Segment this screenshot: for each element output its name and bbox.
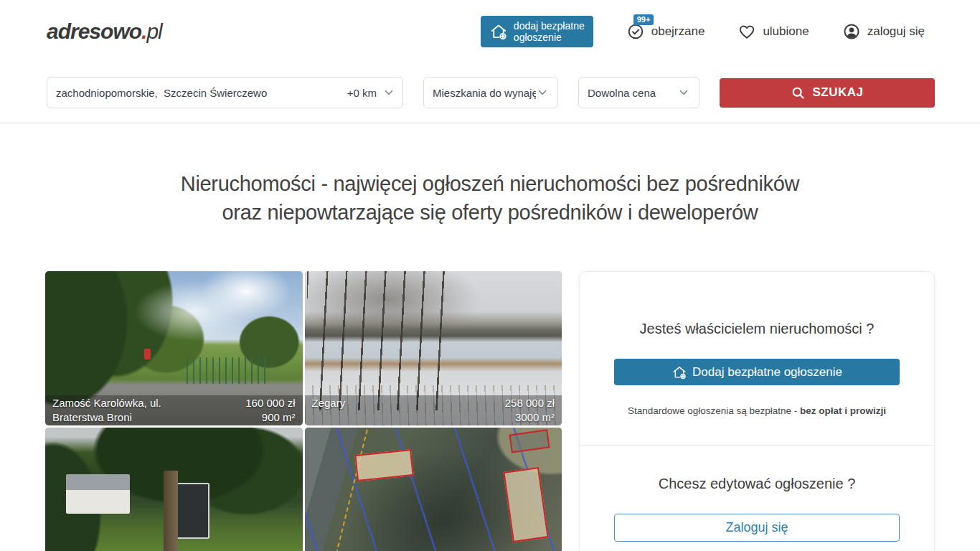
- owner-heading: Jesteś właścicielem nieruchomości ?: [614, 321, 900, 337]
- house-plus-icon: [672, 364, 687, 380]
- page-title: Nieruchomości - najwięcej ogłoszeń nieru…: [0, 169, 980, 227]
- favorites-button[interactable]: ulubione: [738, 22, 809, 41]
- owner-note: Standardowe ogłoszenia są bezpłatne - be…: [614, 405, 900, 416]
- favorites-label: ulubione: [763, 24, 809, 39]
- search-icon: [791, 85, 806, 100]
- panel-add-listing-label: Dodaj bezpłatne ogłoszenie: [692, 365, 842, 380]
- panel-add-listing-button[interactable]: Dodaj bezpłatne ogłoszenie: [614, 359, 900, 385]
- heart-icon: [738, 22, 756, 41]
- listing-card[interactable]: Korenowo Pieszycko, ul. 240 000 zł: [45, 428, 303, 551]
- radius-value: +0 km: [347, 87, 377, 99]
- listing-area: 3000 m²: [505, 410, 555, 425]
- hero-section: Nieruchomości - najwięcej ogłoszeń nieru…: [0, 169, 980, 227]
- logo-main: adresowo: [47, 19, 141, 43]
- viewed-label: obejrzane: [651, 24, 705, 39]
- chevron-down-icon: [677, 86, 690, 99]
- panel-login-button[interactable]: Zaloguj się: [614, 514, 900, 542]
- login-button[interactable]: zaloguj się: [842, 22, 925, 41]
- listing-photo: [305, 428, 562, 551]
- search-submit-label: SZUKAJ: [812, 85, 863, 100]
- owner-panel: Jesteś właścicielem nieruchomości ? Doda…: [579, 271, 935, 551]
- logo-suffix: pl: [146, 19, 161, 43]
- photo-art: [164, 471, 178, 551]
- house-plus-icon: [489, 22, 508, 41]
- category-value: Mieszkania do wynajęc: [433, 87, 536, 99]
- chevron-down-icon: [382, 86, 395, 99]
- search-submit-button[interactable]: SZUKAJ: [720, 78, 935, 108]
- price-select[interactable]: Dowolna cena: [578, 77, 699, 108]
- photo-art: [144, 349, 151, 359]
- panel-divider: [580, 445, 934, 446]
- panel-login-label: Zaloguj się: [725, 520, 788, 535]
- search-bar-section: +0 km Mieszkania do wynajęc Dowolna cena…: [0, 63, 980, 123]
- top-header: adresowo.pl dodaj bezpłatne ogłoszenie 9…: [0, 0, 980, 63]
- listing-card[interactable]: Żegary 258 000 zł3000 m²: [305, 271, 562, 425]
- category-select[interactable]: Mieszkania do wynajęc: [423, 77, 558, 108]
- viewed-count-badge: 99+: [633, 14, 654, 25]
- main-content: Zamość Karolówka, ul.Braterstwa Broni 16…: [0, 271, 980, 551]
- site-logo[interactable]: adresowo.pl: [47, 19, 162, 44]
- location-input[interactable]: [56, 87, 343, 99]
- listing-area: 900 m²: [245, 410, 295, 425]
- listing-caption: Zamość Karolówka, ul.Braterstwa Broni 16…: [45, 395, 303, 425]
- listing-photo: [45, 428, 303, 551]
- edit-heading: Chcesz edytować ogłoszenie ?: [614, 476, 900, 492]
- chevron-down-icon: [536, 86, 549, 99]
- viewed-button[interactable]: 99+ obejrzane: [626, 22, 705, 41]
- price-value: Dowolna cena: [588, 87, 656, 99]
- listing-grid: Zamość Karolówka, ul.Braterstwa Broni 16…: [45, 271, 562, 551]
- listing-card[interactable]: Rychliki 385 000 zł: [305, 428, 562, 551]
- listing-price: 160 000 zł: [245, 396, 295, 410]
- radius-select[interactable]: +0 km: [347, 86, 395, 99]
- listing-card[interactable]: Zamość Karolówka, ul.Braterstwa Broni 16…: [45, 271, 303, 425]
- photo-art: [66, 474, 131, 514]
- listing-caption: Żegary 258 000 zł3000 m²: [305, 395, 562, 425]
- add-listing-label: dodaj bezpłatne ogłoszenie: [514, 20, 585, 43]
- page: adresowo.pl dodaj bezpłatne ogłoszenie 9…: [0, 0, 980, 551]
- listing-price: 258 000 zł: [505, 396, 555, 410]
- location-field: +0 km: [47, 77, 403, 108]
- add-listing-button[interactable]: dodaj bezpłatne ogłoszenie: [481, 16, 593, 47]
- header-actions: dodaj bezpłatne ogłoszenie 99+ obejrzane…: [481, 16, 925, 47]
- login-label: zaloguj się: [867, 24, 925, 39]
- photo-art: [176, 483, 210, 538]
- account-circle-icon: [842, 22, 861, 41]
- photo-art: [187, 357, 269, 384]
